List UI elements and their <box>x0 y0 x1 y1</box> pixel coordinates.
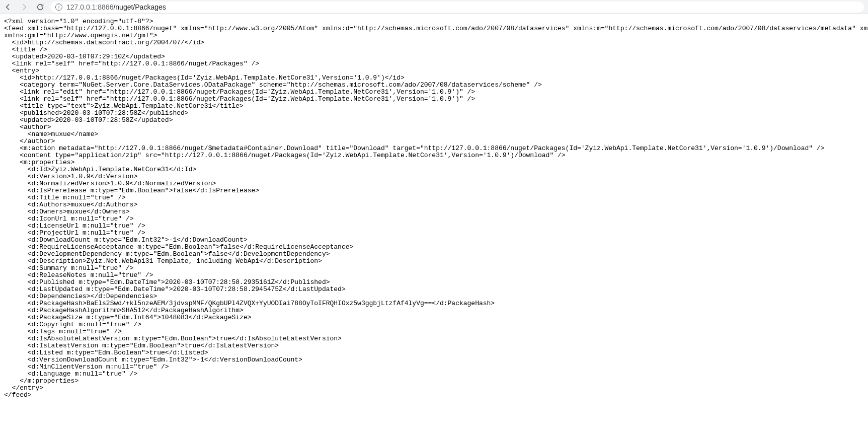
xml-line: <d:NormalizedVersion>1.0.9</d:Normalized… <box>4 180 216 187</box>
site-info-icon[interactable]: i <box>55 4 62 11</box>
xml-line: <d:Dependencies></d:Dependencies> <box>4 293 157 300</box>
xml-line: <d:Version>1.0.9</d:Version> <box>4 173 137 180</box>
url-port: :8866 <box>96 3 113 11</box>
url-host: 127.0.0.1 <box>66 3 96 11</box>
back-button[interactable] <box>4 3 12 11</box>
xml-line: <updated>2020-03-10T07:28:58Z</updated> <box>4 116 173 124</box>
xml-line: <updated>2020-03-10T07:29:10Z</updated> <box>4 53 165 60</box>
xml-line: </entry> <box>4 384 43 392</box>
forward-button[interactable] <box>20 3 28 11</box>
xml-line: <d:MinClientVersion m:null="true" /> <box>4 363 169 371</box>
xml-line: <d:PackageSize m:type="Edm.Int64">104808… <box>4 314 251 321</box>
url-path: /nuget/Packages <box>113 3 166 11</box>
xml-line: <m:action metadata="http://127.0.0.1:886… <box>4 144 824 152</box>
xml-line: <published>2020-03-10T07:28:58Z</publish… <box>4 109 189 117</box>
address-bar[interactable]: i 127.0.0.1:8866/nuget/Packages <box>50 2 864 13</box>
xml-line: <d:RequireLicenseAcceptance m:type="Edm.… <box>4 243 353 251</box>
xml-line: <d:DevelopmentDependency m:type="Edm.Boo… <box>4 250 330 258</box>
xml-line: <link rel="self" href="http://127.0.0.1:… <box>4 60 259 67</box>
xml-line: <d:Summary m:null="true" /> <box>4 264 133 272</box>
xml-line: <link rel="self" href="http://127.0.0.1:… <box>4 95 475 103</box>
xml-line: <d:Id>Zyiz.WebApi.Template.NetCore31</d:… <box>4 166 196 173</box>
xml-line: </m:properties> <box>4 377 78 385</box>
xml-line: <d:Authors>muxue</d:Authors> <box>4 201 137 208</box>
xml-line: xmlns:gml="http://www.opengis.net/gml"> <box>4 32 157 39</box>
xml-line: <d:LicenseUrl m:null="true" /> <box>4 222 145 230</box>
nav-icons <box>4 3 44 11</box>
xml-line: <d:Owners>muxue</d:Owners> <box>4 208 130 215</box>
xml-line: </feed> <box>4 391 32 399</box>
xml-line: <d:IsLatestVersion m:type="Edm.Boolean">… <box>4 342 279 349</box>
xml-line: <entry> <box>4 67 39 75</box>
xml-line: <id>http://schemas.datacontract.org/2004… <box>4 39 204 46</box>
xml-line: <d:VersionDownloadCount m:type="Edm.Int3… <box>4 356 302 364</box>
xml-line: <title type="text">Zyiz.WebApi.Template.… <box>4 102 244 110</box>
xml-line: <d:Tags m:null="true" /> <box>4 328 122 335</box>
xml-line: <d:Listed m:type="Edm.Boolean">true</d:L… <box>4 349 208 356</box>
xml-line: <d:Description>Zyiz.Net.WebApi31 Templat… <box>4 257 322 265</box>
xml-line: <d:PackageHashAlgorithm>SHA512</d:Packag… <box>4 307 244 314</box>
browser-toolbar: i 127.0.0.1:8866/nuget/Packages <box>0 0 868 14</box>
xml-line: <d:ReleaseNotes m:null="true" /> <box>4 271 153 279</box>
xml-line: <?xml version="1.0" encoding="utf-8"?> <box>4 18 153 25</box>
xml-line: <title /> <box>4 46 47 53</box>
xml-line: <d:IsAbsoluteLatestVersion m:type="Edm.B… <box>4 335 342 342</box>
reload-button[interactable] <box>36 3 44 11</box>
xml-line: <d:IsPrerelease m:type="Edm.Boolean">fal… <box>4 187 259 194</box>
xml-line: <d:Copyright m:null="true" /> <box>4 321 141 328</box>
xml-line: <d:PackageHash>BaEls2Swd/+kl5nzeAEM/3jdv… <box>4 300 495 307</box>
xml-line: <d:IconUrl m:null="true" /> <box>4 215 133 223</box>
xml-line: </author> <box>4 137 55 145</box>
xml-line: <d:DownloadCount m:type="Edm.Int32">-1</… <box>4 236 248 244</box>
xml-line: <link rel="edit" href="http://127.0.0.1:… <box>4 88 475 96</box>
xml-line: <author> <box>4 123 51 131</box>
xml-line: <d:Language m:null="true" /> <box>4 370 137 378</box>
xml-line: <d:Published m:type="Edm.DateTime">2020-… <box>4 278 330 286</box>
xml-line: <id>http://127.0.0.1:8866/nuget/Packages… <box>4 74 405 82</box>
xml-line: <d:Title m:null="true" /> <box>4 194 126 201</box>
xml-line: <m:properties> <box>4 159 74 166</box>
xml-line: <feed xml:base="http://127.0.0.1:8866/nu… <box>4 25 868 32</box>
xml-line: <name>muxue</name> <box>4 130 98 138</box>
url-text: 127.0.0.1:8866/nuget/Packages <box>66 3 166 11</box>
xml-line: <content type="application/zip" src="htt… <box>4 152 566 159</box>
xml-line: <d:ProjectUrl m:null="true" /> <box>4 229 145 237</box>
xml-content: <?xml version="1.0" encoding="utf-8"?> <… <box>0 14 868 403</box>
xml-line: <d:LastUpdated m:type="Edm.DateTime">202… <box>4 285 346 293</box>
xml-line: <category term="NuGet.Server.Core.DataSe… <box>4 81 542 89</box>
